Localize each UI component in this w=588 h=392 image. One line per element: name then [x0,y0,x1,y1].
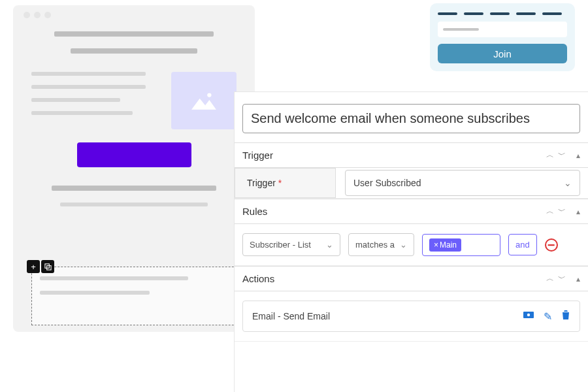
chevron-down-icon: ⌄ [400,240,407,250]
collapse-icon[interactable]: ▴ [576,151,580,160]
placeholder-bar [31,111,133,115]
move-down-icon[interactable]: ﹀ [558,206,566,217]
signup-widget: Join [430,3,575,71]
rule-remove-button[interactable]: − [545,238,558,252]
svg-point-4 [527,314,530,316]
action-label: Email - Send Email [252,311,330,321]
collapse-icon[interactable]: ▴ [576,207,580,216]
rule-chip[interactable]: × Main [429,238,461,252]
duplicate-icon [44,263,52,270]
input-placeholder-bar [443,28,479,31]
email-editor-card: + [13,5,255,332]
automation-panel: Send welcome email when someone subscrib… [234,91,588,392]
rule-and-button[interactable]: and [508,234,537,255]
window-dots [24,12,237,18]
image-icon [190,90,218,111]
add-block-button[interactable]: + [27,260,40,273]
placeholder-bar [52,186,216,191]
placeholder-bar [40,291,150,295]
rule-operator-select[interactable]: matches a ⌄ [348,233,414,256]
actions-section-header[interactable]: Actions ︿ ﹀ ▴ [235,266,588,291]
edit-icon[interactable]: ✎ [544,310,552,323]
chevron-down-icon: ⌄ [564,178,572,188]
automation-title-input[interactable]: Send welcome email when someone subscrib… [242,104,580,133]
move-up-icon[interactable]: ︿ [546,273,554,284]
rules-section-header[interactable]: Rules ︿ ﹀ ▴ [235,199,588,224]
signup-heading-bars [438,12,567,15]
required-mark: * [278,178,282,188]
placeholder-bar [54,31,214,37]
placeholder-bar [31,85,146,89]
rule-value-input[interactable]: × Main [422,234,500,256]
image-placeholder[interactable] [171,72,237,129]
section-title: Trigger [242,150,273,161]
duplicate-block-button[interactable] [41,260,54,273]
editor-cta-button[interactable] [77,142,191,167]
section-title: Actions [242,273,274,284]
chevron-down-icon: ⌄ [326,240,333,250]
delete-icon[interactable] [561,310,570,323]
join-button[interactable]: Join [438,44,567,63]
move-up-icon[interactable]: ︿ [546,206,554,217]
placeholder-bar [40,276,188,280]
action-row[interactable]: Email - Send Email ✎ [242,301,580,332]
move-down-icon[interactable]: ﹀ [558,150,566,161]
move-up-icon[interactable]: ︿ [546,150,554,161]
placeholder-bar [71,48,198,54]
signup-email-input[interactable] [438,22,567,37]
trigger-select[interactable]: User Subscribed ⌄ [345,170,580,196]
move-down-icon[interactable]: ﹀ [558,273,566,284]
chip-close-icon[interactable]: × [434,240,438,250]
placeholder-bar [31,72,146,76]
trigger-field-label: Trigger * [235,168,336,198]
section-title: Rules [242,206,267,217]
editor-image-row [31,72,237,129]
placeholder-bar [31,98,120,102]
placeholder-bar [60,203,208,206]
rule-field-select[interactable]: Subscriber - List ⌄ [242,233,340,256]
collapse-icon[interactable]: ▴ [576,274,580,284]
svg-point-0 [207,93,211,97]
trigger-section-header[interactable]: Trigger ︿ ﹀ ▴ [235,142,588,168]
preview-icon[interactable] [523,310,534,322]
editor-dropzone[interactable]: + [31,267,260,325]
